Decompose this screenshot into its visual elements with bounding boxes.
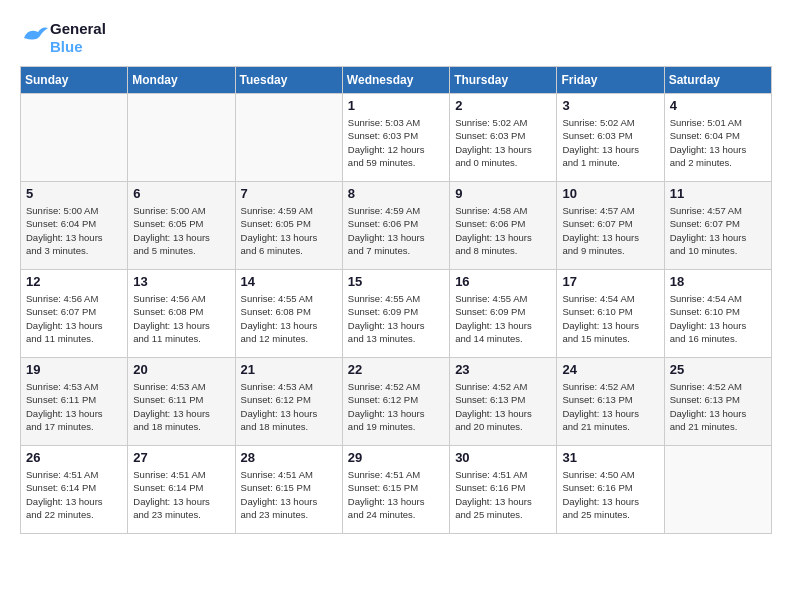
day-info: Sunrise: 4:55 AM Sunset: 6:09 PM Dayligh…: [455, 292, 551, 345]
day-info: Sunrise: 4:51 AM Sunset: 6:16 PM Dayligh…: [455, 468, 551, 521]
day-number: 19: [26, 362, 122, 377]
day-number: 2: [455, 98, 551, 113]
day-number: 18: [670, 274, 766, 289]
day-info: Sunrise: 4:59 AM Sunset: 6:05 PM Dayligh…: [241, 204, 337, 257]
day-cell: [128, 94, 235, 182]
day-number: 17: [562, 274, 658, 289]
week-row-3: 12Sunrise: 4:56 AM Sunset: 6:07 PM Dayli…: [21, 270, 772, 358]
day-info: Sunrise: 4:51 AM Sunset: 6:15 PM Dayligh…: [348, 468, 444, 521]
day-cell: 14Sunrise: 4:55 AM Sunset: 6:08 PM Dayli…: [235, 270, 342, 358]
day-info: Sunrise: 5:02 AM Sunset: 6:03 PM Dayligh…: [562, 116, 658, 169]
page-header: General Blue: [20, 20, 772, 56]
day-cell: 3Sunrise: 5:02 AM Sunset: 6:03 PM Daylig…: [557, 94, 664, 182]
day-number: 28: [241, 450, 337, 465]
week-row-4: 19Sunrise: 4:53 AM Sunset: 6:11 PM Dayli…: [21, 358, 772, 446]
day-info: Sunrise: 4:53 AM Sunset: 6:11 PM Dayligh…: [133, 380, 229, 433]
weekday-header-saturday: Saturday: [664, 67, 771, 94]
logo-bird-icon: [20, 24, 48, 52]
day-number: 22: [348, 362, 444, 377]
day-info: Sunrise: 4:56 AM Sunset: 6:08 PM Dayligh…: [133, 292, 229, 345]
week-row-5: 26Sunrise: 4:51 AM Sunset: 6:14 PM Dayli…: [21, 446, 772, 534]
day-number: 3: [562, 98, 658, 113]
day-info: Sunrise: 5:01 AM Sunset: 6:04 PM Dayligh…: [670, 116, 766, 169]
day-cell: 12Sunrise: 4:56 AM Sunset: 6:07 PM Dayli…: [21, 270, 128, 358]
day-cell: 27Sunrise: 4:51 AM Sunset: 6:14 PM Dayli…: [128, 446, 235, 534]
weekday-header-sunday: Sunday: [21, 67, 128, 94]
logo-line1: General: [50, 20, 106, 38]
weekday-header-monday: Monday: [128, 67, 235, 94]
day-cell: 30Sunrise: 4:51 AM Sunset: 6:16 PM Dayli…: [450, 446, 557, 534]
day-info: Sunrise: 5:03 AM Sunset: 6:03 PM Dayligh…: [348, 116, 444, 169]
day-info: Sunrise: 4:55 AM Sunset: 6:09 PM Dayligh…: [348, 292, 444, 345]
day-cell: 4Sunrise: 5:01 AM Sunset: 6:04 PM Daylig…: [664, 94, 771, 182]
day-number: 14: [241, 274, 337, 289]
calendar-table: SundayMondayTuesdayWednesdayThursdayFrid…: [20, 66, 772, 534]
day-cell: 20Sunrise: 4:53 AM Sunset: 6:11 PM Dayli…: [128, 358, 235, 446]
day-info: Sunrise: 4:57 AM Sunset: 6:07 PM Dayligh…: [670, 204, 766, 257]
day-info: Sunrise: 5:00 AM Sunset: 6:05 PM Dayligh…: [133, 204, 229, 257]
day-number: 16: [455, 274, 551, 289]
day-number: 9: [455, 186, 551, 201]
day-cell: [21, 94, 128, 182]
day-info: Sunrise: 4:51 AM Sunset: 6:14 PM Dayligh…: [26, 468, 122, 521]
day-cell: 2Sunrise: 5:02 AM Sunset: 6:03 PM Daylig…: [450, 94, 557, 182]
day-number: 24: [562, 362, 658, 377]
day-cell: 25Sunrise: 4:52 AM Sunset: 6:13 PM Dayli…: [664, 358, 771, 446]
day-cell: 31Sunrise: 4:50 AM Sunset: 6:16 PM Dayli…: [557, 446, 664, 534]
day-info: Sunrise: 4:54 AM Sunset: 6:10 PM Dayligh…: [562, 292, 658, 345]
day-cell: 26Sunrise: 4:51 AM Sunset: 6:14 PM Dayli…: [21, 446, 128, 534]
day-number: 20: [133, 362, 229, 377]
day-number: 10: [562, 186, 658, 201]
day-number: 31: [562, 450, 658, 465]
day-number: 15: [348, 274, 444, 289]
day-cell: 5Sunrise: 5:00 AM Sunset: 6:04 PM Daylig…: [21, 182, 128, 270]
day-info: Sunrise: 4:52 AM Sunset: 6:12 PM Dayligh…: [348, 380, 444, 433]
day-number: 23: [455, 362, 551, 377]
day-number: 25: [670, 362, 766, 377]
day-number: 21: [241, 362, 337, 377]
day-cell: 29Sunrise: 4:51 AM Sunset: 6:15 PM Dayli…: [342, 446, 449, 534]
day-info: Sunrise: 4:53 AM Sunset: 6:11 PM Dayligh…: [26, 380, 122, 433]
weekday-header-tuesday: Tuesday: [235, 67, 342, 94]
day-cell: 28Sunrise: 4:51 AM Sunset: 6:15 PM Dayli…: [235, 446, 342, 534]
day-info: Sunrise: 4:54 AM Sunset: 6:10 PM Dayligh…: [670, 292, 766, 345]
day-info: Sunrise: 4:52 AM Sunset: 6:13 PM Dayligh…: [670, 380, 766, 433]
day-number: 5: [26, 186, 122, 201]
logo-text: General Blue: [20, 20, 106, 56]
day-cell: 10Sunrise: 4:57 AM Sunset: 6:07 PM Dayli…: [557, 182, 664, 270]
day-info: Sunrise: 5:02 AM Sunset: 6:03 PM Dayligh…: [455, 116, 551, 169]
week-row-1: 1Sunrise: 5:03 AM Sunset: 6:03 PM Daylig…: [21, 94, 772, 182]
day-cell: 17Sunrise: 4:54 AM Sunset: 6:10 PM Dayli…: [557, 270, 664, 358]
day-number: 7: [241, 186, 337, 201]
day-cell: 24Sunrise: 4:52 AM Sunset: 6:13 PM Dayli…: [557, 358, 664, 446]
day-number: 12: [26, 274, 122, 289]
day-cell: 23Sunrise: 4:52 AM Sunset: 6:13 PM Dayli…: [450, 358, 557, 446]
day-cell: 6Sunrise: 5:00 AM Sunset: 6:05 PM Daylig…: [128, 182, 235, 270]
logo: General Blue: [20, 20, 106, 56]
day-info: Sunrise: 4:57 AM Sunset: 6:07 PM Dayligh…: [562, 204, 658, 257]
day-number: 1: [348, 98, 444, 113]
day-cell: 9Sunrise: 4:58 AM Sunset: 6:06 PM Daylig…: [450, 182, 557, 270]
day-cell: 16Sunrise: 4:55 AM Sunset: 6:09 PM Dayli…: [450, 270, 557, 358]
day-number: 11: [670, 186, 766, 201]
day-cell: 22Sunrise: 4:52 AM Sunset: 6:12 PM Dayli…: [342, 358, 449, 446]
week-row-2: 5Sunrise: 5:00 AM Sunset: 6:04 PM Daylig…: [21, 182, 772, 270]
day-info: Sunrise: 4:50 AM Sunset: 6:16 PM Dayligh…: [562, 468, 658, 521]
day-cell: 18Sunrise: 4:54 AM Sunset: 6:10 PM Dayli…: [664, 270, 771, 358]
weekday-header-thursday: Thursday: [450, 67, 557, 94]
day-info: Sunrise: 4:52 AM Sunset: 6:13 PM Dayligh…: [562, 380, 658, 433]
day-number: 4: [670, 98, 766, 113]
day-cell: 11Sunrise: 4:57 AM Sunset: 6:07 PM Dayli…: [664, 182, 771, 270]
day-number: 8: [348, 186, 444, 201]
day-cell: 21Sunrise: 4:53 AM Sunset: 6:12 PM Dayli…: [235, 358, 342, 446]
day-cell: 7Sunrise: 4:59 AM Sunset: 6:05 PM Daylig…: [235, 182, 342, 270]
day-number: 26: [26, 450, 122, 465]
day-info: Sunrise: 5:00 AM Sunset: 6:04 PM Dayligh…: [26, 204, 122, 257]
day-cell: 1Sunrise: 5:03 AM Sunset: 6:03 PM Daylig…: [342, 94, 449, 182]
day-cell: 8Sunrise: 4:59 AM Sunset: 6:06 PM Daylig…: [342, 182, 449, 270]
day-cell: 13Sunrise: 4:56 AM Sunset: 6:08 PM Dayli…: [128, 270, 235, 358]
day-info: Sunrise: 4:52 AM Sunset: 6:13 PM Dayligh…: [455, 380, 551, 433]
day-cell: [235, 94, 342, 182]
day-info: Sunrise: 4:53 AM Sunset: 6:12 PM Dayligh…: [241, 380, 337, 433]
logo-line2: Blue: [50, 38, 106, 56]
